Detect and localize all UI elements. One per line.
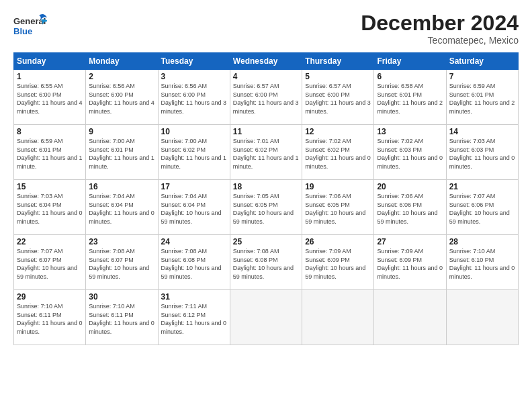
day-cell-8: 8 Sunrise: 6:59 AMSunset: 6:01 PMDayligh… xyxy=(14,125,86,180)
day-number: 23 xyxy=(89,237,154,246)
svg-text:Blue: Blue xyxy=(13,26,32,36)
header-tuesday: Tuesday xyxy=(158,53,230,70)
day-cell-5: 5 Sunrise: 6:57 AMSunset: 6:00 PMDayligh… xyxy=(302,70,374,125)
day-number: 6 xyxy=(377,72,443,81)
day-cell-12: 12 Sunrise: 7:02 AMSunset: 6:02 PMDaylig… xyxy=(302,125,374,180)
day-cell-2: 2 Sunrise: 6:56 AMSunset: 6:00 PMDayligh… xyxy=(86,70,158,125)
day-cell-23: 23 Sunrise: 7:08 AMSunset: 6:07 PMDaylig… xyxy=(86,235,158,290)
day-info: Sunrise: 7:08 AMSunset: 6:08 PMDaylight:… xyxy=(233,247,299,281)
day-number: 8 xyxy=(17,127,83,136)
header-monday: Monday xyxy=(86,53,158,70)
calendar-row: 22 Sunrise: 7:07 AMSunset: 6:07 PMDaylig… xyxy=(14,235,519,290)
empty-cell xyxy=(446,290,518,345)
day-number: 12 xyxy=(305,127,371,136)
calendar-row: 1 Sunrise: 6:55 AMSunset: 6:00 PMDayligh… xyxy=(14,70,519,125)
day-info: Sunrise: 6:57 AMSunset: 6:00 PMDaylight:… xyxy=(305,82,371,116)
day-info: Sunrise: 6:56 AMSunset: 6:00 PMDaylight:… xyxy=(89,82,154,116)
day-number: 5 xyxy=(305,72,371,81)
day-cell-11: 11 Sunrise: 7:01 AMSunset: 6:02 PMDaylig… xyxy=(230,125,302,180)
day-info: Sunrise: 7:09 AMSunset: 6:09 PMDaylight:… xyxy=(305,247,371,281)
day-info: Sunrise: 7:07 AMSunset: 6:07 PMDaylight:… xyxy=(17,247,83,281)
day-info: Sunrise: 7:06 AMSunset: 6:06 PMDaylight:… xyxy=(377,192,443,226)
day-cell-4: 4 Sunrise: 6:57 AMSunset: 6:00 PMDayligh… xyxy=(230,70,302,125)
day-number: 11 xyxy=(233,127,299,136)
day-number: 2 xyxy=(89,72,154,81)
day-cell-24: 24 Sunrise: 7:08 AMSunset: 6:08 PMDaylig… xyxy=(158,235,230,290)
day-info: Sunrise: 6:56 AMSunset: 6:00 PMDaylight:… xyxy=(161,82,227,116)
empty-cell xyxy=(374,290,446,345)
day-info: Sunrise: 7:08 AMSunset: 6:08 PMDaylight:… xyxy=(161,247,227,281)
day-cell-13: 13 Sunrise: 7:02 AMSunset: 6:03 PMDaylig… xyxy=(374,125,446,180)
day-number: 14 xyxy=(449,127,515,136)
day-number: 15 xyxy=(17,182,83,191)
day-cell-1: 1 Sunrise: 6:55 AMSunset: 6:00 PMDayligh… xyxy=(14,70,86,125)
page: General Blue December 2024 Tecomatepec, … xyxy=(0,0,532,411)
day-number: 20 xyxy=(377,182,443,191)
day-cell-16: 16 Sunrise: 7:04 AMSunset: 6:04 PMDaylig… xyxy=(86,180,158,235)
calendar-body: 1 Sunrise: 6:55 AMSunset: 6:00 PMDayligh… xyxy=(14,70,519,345)
day-cell-31: 31 Sunrise: 7:11 AMSunset: 6:12 PMDaylig… xyxy=(158,290,230,345)
day-info: Sunrise: 7:02 AMSunset: 6:02 PMDaylight:… xyxy=(305,137,371,171)
day-info: Sunrise: 7:07 AMSunset: 6:06 PMDaylight:… xyxy=(449,192,515,226)
header: General Blue December 2024 Tecomatepec, … xyxy=(13,12,519,46)
day-info: Sunrise: 6:59 AMSunset: 6:01 PMDaylight:… xyxy=(449,82,515,116)
day-cell-21: 21 Sunrise: 7:07 AMSunset: 6:06 PMDaylig… xyxy=(446,180,518,235)
day-cell-10: 10 Sunrise: 7:00 AMSunset: 6:02 PMDaylig… xyxy=(158,125,230,180)
day-cell-29: 29 Sunrise: 7:10 AMSunset: 6:11 PMDaylig… xyxy=(14,290,86,345)
day-info: Sunrise: 7:00 AMSunset: 6:02 PMDaylight:… xyxy=(161,137,227,171)
day-cell-9: 9 Sunrise: 7:00 AMSunset: 6:01 PMDayligh… xyxy=(86,125,158,180)
header-saturday: Saturday xyxy=(446,53,518,70)
day-info: Sunrise: 7:10 AMSunset: 6:10 PMDaylight:… xyxy=(449,247,515,281)
weekday-header-row: Sunday Monday Tuesday Wednesday Thursday… xyxy=(14,53,519,70)
day-info: Sunrise: 7:04 AMSunset: 6:04 PMDaylight:… xyxy=(161,192,227,226)
day-cell-18: 18 Sunrise: 7:05 AMSunset: 6:05 PMDaylig… xyxy=(230,180,302,235)
day-number: 10 xyxy=(161,127,227,136)
header-wednesday: Wednesday xyxy=(230,53,302,70)
day-number: 18 xyxy=(233,182,299,191)
day-info: Sunrise: 7:11 AMSunset: 6:12 PMDaylight:… xyxy=(161,302,227,336)
empty-cell xyxy=(230,290,302,345)
day-number: 28 xyxy=(449,237,515,246)
calendar-row: 8 Sunrise: 6:59 AMSunset: 6:01 PMDayligh… xyxy=(14,125,519,180)
day-info: Sunrise: 7:01 AMSunset: 6:02 PMDaylight:… xyxy=(233,137,299,171)
day-cell-17: 17 Sunrise: 7:04 AMSunset: 6:04 PMDaylig… xyxy=(158,180,230,235)
day-number: 31 xyxy=(161,292,227,302)
day-number: 16 xyxy=(89,182,154,191)
day-info: Sunrise: 7:08 AMSunset: 6:07 PMDaylight:… xyxy=(89,247,154,281)
day-cell-20: 20 Sunrise: 7:06 AMSunset: 6:06 PMDaylig… xyxy=(374,180,446,235)
day-cell-7: 7 Sunrise: 6:59 AMSunset: 6:01 PMDayligh… xyxy=(446,70,518,125)
day-info: Sunrise: 7:03 AMSunset: 6:04 PMDaylight:… xyxy=(17,192,83,226)
header-sunday: Sunday xyxy=(14,53,86,70)
day-number: 29 xyxy=(17,292,83,302)
day-cell-15: 15 Sunrise: 7:03 AMSunset: 6:04 PMDaylig… xyxy=(14,180,86,235)
day-info: Sunrise: 7:10 AMSunset: 6:11 PMDaylight:… xyxy=(17,302,83,336)
day-cell-30: 30 Sunrise: 7:10 AMSunset: 6:11 PMDaylig… xyxy=(86,290,158,345)
day-number: 1 xyxy=(17,72,83,81)
day-info: Sunrise: 6:58 AMSunset: 6:01 PMDaylight:… xyxy=(377,82,443,116)
day-cell-3: 3 Sunrise: 6:56 AMSunset: 6:00 PMDayligh… xyxy=(158,70,230,125)
day-number: 17 xyxy=(161,182,227,191)
location: Tecomatepec, Mexico xyxy=(361,35,519,46)
day-cell-19: 19 Sunrise: 7:06 AMSunset: 6:05 PMDaylig… xyxy=(302,180,374,235)
header-thursday: Thursday xyxy=(302,53,374,70)
day-cell-14: 14 Sunrise: 7:03 AMSunset: 6:03 PMDaylig… xyxy=(446,125,518,180)
calendar-table: Sunday Monday Tuesday Wednesday Thursday… xyxy=(13,52,519,345)
day-cell-26: 26 Sunrise: 7:09 AMSunset: 6:09 PMDaylig… xyxy=(302,235,374,290)
day-number: 21 xyxy=(449,182,515,191)
day-cell-27: 27 Sunrise: 7:09 AMSunset: 6:09 PMDaylig… xyxy=(374,235,446,290)
day-number: 3 xyxy=(161,72,227,81)
day-number: 25 xyxy=(233,237,299,246)
title-block: December 2024 Tecomatepec, Mexico xyxy=(361,12,519,46)
day-number: 22 xyxy=(17,237,83,246)
day-number: 27 xyxy=(377,237,443,246)
day-number: 26 xyxy=(305,237,371,246)
day-info: Sunrise: 7:05 AMSunset: 6:05 PMDaylight:… xyxy=(233,192,299,226)
calendar-row: 29 Sunrise: 7:10 AMSunset: 6:11 PMDaylig… xyxy=(14,290,519,345)
calendar-row: 15 Sunrise: 7:03 AMSunset: 6:04 PMDaylig… xyxy=(14,180,519,235)
day-number: 9 xyxy=(89,127,154,136)
logo: General Blue xyxy=(13,12,47,42)
day-info: Sunrise: 6:57 AMSunset: 6:00 PMDaylight:… xyxy=(233,82,299,116)
day-info: Sunrise: 7:06 AMSunset: 6:05 PMDaylight:… xyxy=(305,192,371,226)
day-number: 4 xyxy=(233,72,299,81)
day-info: Sunrise: 6:55 AMSunset: 6:00 PMDaylight:… xyxy=(17,82,83,116)
